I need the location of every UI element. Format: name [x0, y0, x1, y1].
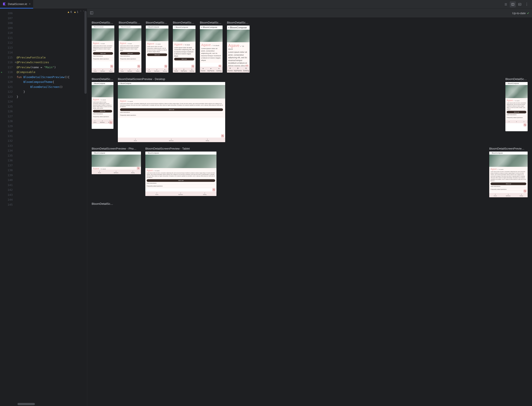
preview-label: BloomDetailSc…	[92, 202, 118, 205]
preview-card[interactable]: ≡BloomCompose Agave✓ In stock Lorem ipsu…	[92, 82, 113, 129]
preview-label: BloomDetailSc…	[146, 21, 169, 24]
preview-label: BloomDetailSc…	[505, 77, 528, 81]
preview-label: BloomDetailSc…	[92, 21, 114, 24]
preview-label: BloomDetailScreenPreview - Tablet	[145, 147, 216, 150]
view-design-icon[interactable]	[517, 1, 523, 7]
more-icon[interactable]: ⋮	[524, 1, 530, 7]
svg-rect-4	[90, 12, 93, 14]
preview-card[interactable]: ≡BloomCompose Agave✓ In stock Lorem ipsu…	[505, 82, 528, 131]
inspection-widget[interactable]: ▲6 ▲1 ˄ ˅	[67, 10, 84, 14]
tab-filename: DetailScreen.kt	[8, 2, 27, 6]
view-split-icon[interactable]	[510, 1, 516, 7]
preview-panel: Up-to-date ✔ BloomDetailSc…≡BloomCompose…	[87, 9, 532, 406]
preview-card[interactable]: ≡BloomComposeAgave✓ In stockLorem ipsum …	[119, 26, 141, 72]
view-list-icon[interactable]	[503, 1, 509, 7]
preview-label: BloomDetailSc…	[200, 21, 222, 24]
layout-icon[interactable]	[90, 11, 93, 15]
preview-toolbar: Up-to-date ✔	[87, 9, 532, 17]
line-gutter: 106107108109110111112113114115116⚙117118…	[0, 9, 17, 406]
code-area[interactable]: @PreviewFontScale @PreviewScreenSizes @P…	[17, 9, 87, 406]
check-icon: ✔	[527, 12, 529, 15]
preview-grid[interactable]: BloomDetailSc…≡BloomComposeAgave✓ In sto…	[87, 17, 532, 406]
tab-actions: ⋮	[503, 1, 532, 7]
preview-label: BloomDetailScreenPreview - Pho…	[92, 147, 141, 150]
preview-card[interactable]: ≡BloomComposeAgave✓ In stockLorem ipsum …	[92, 26, 114, 72]
weak-warning-icon: ▲	[67, 10, 70, 14]
warning-icon: ▲	[74, 10, 76, 14]
preview-card[interactable]: ≡BloomComposeAgave✓ In stockLorem ipsum …	[173, 26, 196, 72]
chevron-down-icon[interactable]: ˅	[83, 10, 84, 14]
preview-card[interactable]: ≡BloomComposs Agave✓ In stock Lorem ipsu…	[118, 82, 225, 142]
horizontal-scrollbar[interactable]	[17, 403, 84, 405]
preview-label: BloomDetailSc…	[119, 21, 141, 24]
kotlin-file-icon	[3, 2, 6, 6]
vertical-scrollbar[interactable]	[84, 11, 87, 94]
code-editor[interactable]: ▲6 ▲1 ˄ ˅ 106107108109110111112113114115…	[0, 9, 87, 406]
close-icon[interactable]: ×	[29, 2, 30, 6]
preview-card[interactable]: ≡BloomComposeAgave✓ In stockLorem ipsum …	[146, 26, 169, 72]
preview-label: BloomDetailSc…	[92, 77, 113, 81]
file-tab[interactable]: DetailScreen.kt ×	[0, 0, 33, 8]
preview-card[interactable]: ≡BloomComposeAgave✓ In stockLorem ipsum …	[200, 26, 222, 72]
preview-label: BloomDetailScreenPreview - Desktop	[118, 77, 225, 81]
preview-label: BloomDetailSc…	[227, 21, 250, 24]
preview-label: BloomDetailScreenPrevie…	[489, 147, 528, 150]
preview-label: BloomDetailSc…	[173, 21, 196, 24]
preview-card[interactable]: ≡BloomCompose Agave✓ In stock Lorem ipsu…	[145, 152, 216, 196]
preview-status: Up-to-date	[512, 12, 526, 15]
svg-rect-2	[518, 3, 521, 6]
preview-card[interactable]: ≡BloomCompose Agave✓ In stock Lorem ipsu…	[489, 152, 528, 197]
preview-card[interactable]: ≡BloomComposeAgave✓ In stockLorem ipsum …	[227, 26, 250, 72]
editor-tabs: DetailScreen.kt × ⋮	[0, 0, 532, 9]
chevron-up-icon[interactable]: ˄	[80, 10, 81, 14]
preview-card[interactable]: ≡BloomCompose Agave✓ In stock ✎ ♥Home♥My…	[92, 152, 141, 174]
